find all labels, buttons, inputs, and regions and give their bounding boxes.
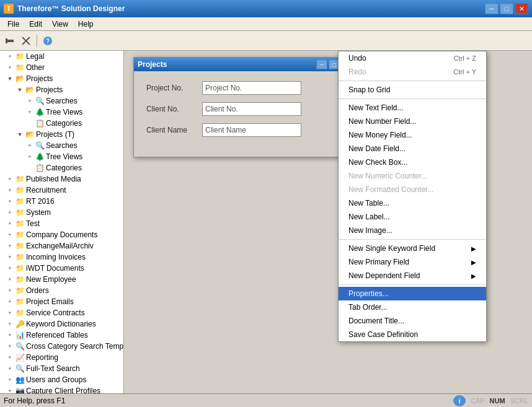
- ctx-save-case-def[interactable]: Save Case Definition: [339, 328, 486, 341]
- ctx-redo[interactable]: Redo Ctrl + Y: [339, 65, 486, 79]
- expander-referenced-tables[interactable]: +: [5, 330, 15, 340]
- sidebar-item-treeviews2[interactable]: + 🌲 Tree Views: [0, 151, 123, 162]
- sidebar-item-new-employee[interactable]: + 📁 New Employee: [0, 274, 123, 285]
- ctx-new-label[interactable]: New Label...: [339, 210, 486, 224]
- toolbar-delete-button[interactable]: [19, 33, 33, 48]
- sidebar-item-project-emails[interactable]: + 📁 Project Emails: [0, 296, 123, 307]
- sidebar-item-projects[interactable]: ▼ 📂 Projects: [0, 73, 123, 84]
- expander-treeviews2[interactable]: +: [25, 152, 35, 162]
- ctx-snap-to-grid[interactable]: Snap to Grid: [339, 83, 486, 97]
- ctx-new-numeric-counter[interactable]: New Numeric Counter...: [339, 169, 486, 183]
- sidebar-item-system[interactable]: + 📁 System: [0, 207, 123, 218]
- sidebar-item-users-groups[interactable]: + 👥 Users and Groups: [0, 374, 123, 385]
- menu-help[interactable]: Help: [73, 19, 99, 30]
- sidebar-item-rt2016[interactable]: + 📁 RT 2016: [0, 196, 123, 207]
- ctx-new-single-keyword[interactable]: New Single Keyword Field ▶: [339, 242, 486, 255]
- expander-orders[interactable]: +: [5, 286, 15, 295]
- expander-legal[interactable]: +: [5, 51, 15, 61]
- dialog-minimize-button[interactable]: ─: [316, 59, 327, 69]
- sidebar-item-test[interactable]: + 📁 Test: [0, 218, 123, 229]
- sidebar-item-incoming-invoices[interactable]: + 📁 Incoming Invoices: [0, 252, 123, 263]
- ctx-new-primary-field[interactable]: New Primary Field ▶: [339, 255, 486, 269]
- ctx-new-formatted-counter[interactable]: New Formatted Counter...: [339, 183, 486, 196]
- sidebar-item-projects-sub[interactable]: ▼ 📂 Projects: [0, 84, 123, 95]
- ctx-new-image[interactable]: New Image...: [339, 224, 486, 237]
- sidebar-item-orders[interactable]: + 📁 Orders: [0, 285, 123, 296]
- sidebar-item-categories1[interactable]: 📋 Categories: [0, 118, 123, 129]
- expander-new-employee[interactable]: +: [5, 274, 15, 284]
- sidebar-label-projects: Projects: [26, 74, 53, 83]
- expander-test[interactable]: +: [5, 219, 15, 229]
- expander-incoming-invoices[interactable]: +: [5, 252, 15, 262]
- ctx-properties[interactable]: Properties...: [339, 287, 486, 300]
- expander-rt2016[interactable]: +: [5, 196, 15, 206]
- ctx-new-check-box[interactable]: New Check Box...: [339, 155, 486, 169]
- expander-searches2[interactable]: +: [25, 141, 35, 151]
- expander-company-docs[interactable]: +: [5, 230, 15, 240]
- input-project-no[interactable]: [202, 81, 301, 95]
- sidebar-item-referenced-tables[interactable]: + 📊 Referenced Tables: [0, 330, 123, 341]
- expander-keyword-dicts[interactable]: +: [5, 319, 15, 329]
- toolbar-help-button[interactable]: ?: [40, 33, 55, 48]
- expander-exchange-mail[interactable]: +: [5, 241, 15, 251]
- expander-projects[interactable]: ▼: [5, 74, 15, 84]
- expander-system[interactable]: +: [5, 208, 15, 217]
- expander-published-media[interactable]: +: [5, 174, 15, 184]
- sidebar-item-iwdt-docs[interactable]: + 📁 iWDT Documents: [0, 263, 123, 274]
- expander-reporting[interactable]: +: [5, 352, 15, 362]
- sidebar-item-recruitment[interactable]: + 📁 Recruitment: [0, 185, 123, 196]
- expander-cross-category[interactable]: +: [5, 341, 15, 351]
- sidebar-item-keyword-dicts[interactable]: + 🔑 Keyword Dictionaries: [0, 318, 123, 330]
- expander-other[interactable]: +: [5, 63, 15, 72]
- sidebar-item-published-media[interactable]: + 📁 Published Media: [0, 173, 123, 185]
- menu-edit[interactable]: Edit: [24, 19, 47, 30]
- expander-project-emails[interactable]: +: [5, 297, 15, 307]
- sidebar-item-categories2[interactable]: 📋 Categories: [0, 162, 123, 173]
- ctx-new-money-field[interactable]: New Money Field...: [339, 128, 486, 142]
- sidebar-item-projects-t[interactable]: ▼ 📂 Projects (T): [0, 129, 123, 140]
- ctx-document-title[interactable]: Document Title...: [339, 314, 486, 328]
- sidebar-item-capture-client[interactable]: + 📷 Capture Client Profiles: [0, 385, 123, 393]
- sidebar-item-other[interactable]: + 📁 Other: [0, 62, 123, 73]
- expander-capture-client[interactable]: +: [5, 386, 15, 393]
- ctx-new-text-field[interactable]: New Text Field...: [339, 101, 486, 115]
- close-button[interactable]: ✕: [515, 3, 528, 14]
- sidebar-item-service-contracts[interactable]: + 📁 Service Contracts: [0, 307, 123, 318]
- sidebar-item-reporting[interactable]: + 📈 Reporting: [0, 352, 123, 363]
- status-help-text: For Help, press F1: [4, 396, 453, 405]
- sidebar-item-fulltext-search[interactable]: + 🔍 Full-Text Search: [0, 363, 123, 374]
- input-client-name[interactable]: [202, 123, 301, 137]
- sidebar-item-legal[interactable]: + 📁 Legal: [0, 51, 123, 62]
- menu-view[interactable]: View: [47, 19, 73, 30]
- expander-searches1[interactable]: +: [25, 96, 35, 106]
- maximize-button[interactable]: □: [500, 3, 513, 14]
- sidebar-item-searches2[interactable]: + 🔍 Searches: [0, 140, 123, 151]
- expander-recruitment[interactable]: +: [5, 185, 15, 195]
- sidebar-item-company-docs[interactable]: + 📁 Company Documents: [0, 229, 123, 240]
- expander-treeviews1[interactable]: +: [25, 107, 35, 117]
- expander-users-groups[interactable]: +: [5, 375, 15, 385]
- expander-categories2[interactable]: [25, 163, 35, 173]
- ctx-new-number-field[interactable]: New Number Field...: [339, 115, 486, 128]
- ctx-new-table[interactable]: New Table...: [339, 196, 486, 210]
- expander-fulltext-search[interactable]: +: [5, 364, 15, 374]
- menu-file[interactable]: File: [2, 19, 24, 30]
- sidebar-item-treeviews1[interactable]: + 🌲 Tree Views: [0, 107, 123, 118]
- sidebar-item-cross-category[interactable]: + 🔍 Cross Category Search Templates: [0, 341, 123, 352]
- ctx-new-checkbox-label: New Check Box...: [348, 158, 407, 167]
- expander-iwdt-docs[interactable]: +: [5, 263, 15, 273]
- sidebar-item-searches1[interactable]: + 🔍 Searches: [0, 95, 123, 107]
- input-client-no[interactable]: [202, 102, 301, 116]
- expander-service-contracts[interactable]: +: [5, 308, 15, 318]
- expander-projects-t[interactable]: ▼: [15, 129, 25, 139]
- ctx-tab-order[interactable]: Tab Order...: [339, 300, 486, 314]
- ctx-undo[interactable]: Undo Ctrl + Z: [339, 51, 486, 65]
- sidebar-item-exchange-mail[interactable]: + 📁 ExchangeMailArchiv: [0, 240, 123, 252]
- expander-projects-sub[interactable]: ▼: [15, 85, 25, 95]
- sidebar-tree[interactable]: + 📁 Legal + 📁 Other ▼ 📂 Projects ▼ 📂 Pro…: [0, 51, 124, 393]
- toolbar-back-button[interactable]: [2, 33, 17, 48]
- ctx-new-dependent-field[interactable]: New Dependent Field ▶: [339, 269, 486, 282]
- minimize-button[interactable]: ─: [485, 3, 499, 14]
- expander-categories1[interactable]: [25, 118, 35, 128]
- ctx-new-date-field[interactable]: New Date Field...: [339, 142, 486, 155]
